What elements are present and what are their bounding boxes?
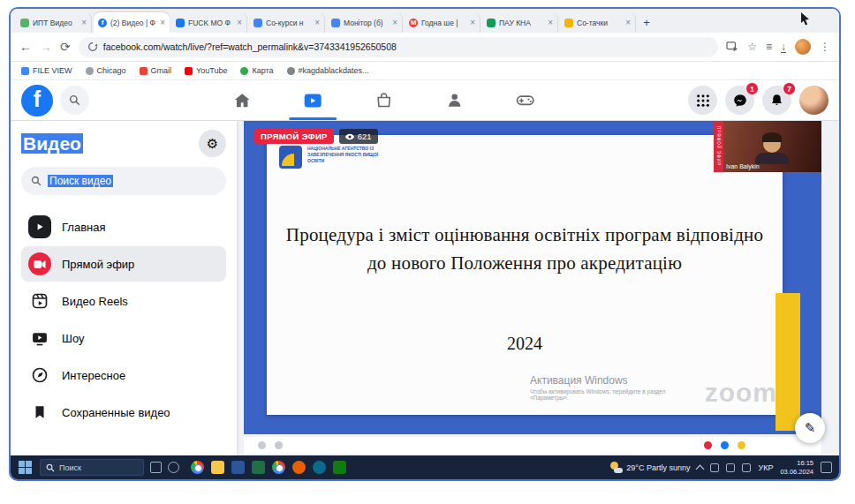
browser-menu-icon[interactable]: ⋮ xyxy=(820,41,830,53)
taskbar-search[interactable]: Поиск xyxy=(40,459,144,476)
bookmark-label: Карта xyxy=(252,66,273,75)
tray-expand-icon[interactable] xyxy=(696,464,705,473)
site-info-icon[interactable] xyxy=(87,41,98,52)
bookmark-favicon xyxy=(287,67,295,75)
browser-tab-active[interactable]: f (2) Видео | Ф × xyxy=(94,12,170,33)
tab-favicon xyxy=(564,19,573,27)
url-text: facebook.com/watch/live/?ref=watch_perma… xyxy=(103,41,397,52)
reaction-icon[interactable] xyxy=(721,441,729,449)
sidebar-item-shows[interactable]: Шоу xyxy=(21,320,226,356)
browser-tab[interactable]: ПАУ КНА × xyxy=(482,12,558,33)
reaction-icon[interactable] xyxy=(258,441,266,449)
eye-icon xyxy=(345,133,354,140)
tab-close-icon[interactable]: × xyxy=(81,18,87,27)
action-center-icon[interactable] xyxy=(821,462,832,473)
bookmark-star-icon[interactable]: ☆ xyxy=(747,41,757,53)
tab-strip: ИПТ Видео × f (2) Видео | Ф × FUCK MO Ф … xyxy=(11,9,839,33)
tab-close-icon[interactable]: × xyxy=(548,18,553,27)
reaction-icon[interactable] xyxy=(738,441,745,449)
forward-icon[interactable]: → xyxy=(40,41,52,53)
compose-button[interactable]: ✎ xyxy=(795,413,825,443)
browser-tab[interactable]: Со-тачки × xyxy=(560,12,636,33)
address-bar: ← → ⟳ facebook.com/watch/live/?ref=watch… xyxy=(11,33,839,62)
reaction-icon[interactable] xyxy=(704,441,712,449)
apps-menu-button[interactable] xyxy=(688,86,717,115)
browser-tab[interactable]: FUCK MO Ф × xyxy=(171,12,247,33)
sidebar-item-home[interactable]: Главная xyxy=(21,209,226,244)
bookmark-item[interactable]: FILE VIEW xyxy=(21,66,72,75)
profile-avatar[interactable] xyxy=(799,86,829,115)
file-explorer-icon[interactable] xyxy=(211,461,224,474)
browser-tab[interactable]: Со-курси н × xyxy=(249,12,325,33)
edge-icon[interactable] xyxy=(313,461,326,474)
settings-button[interactable]: ⚙ xyxy=(199,130,226,157)
chrome-icon[interactable] xyxy=(191,461,204,474)
gaming-icon xyxy=(515,90,535,110)
back-icon[interactable]: ← xyxy=(19,41,32,53)
nav-gaming[interactable] xyxy=(494,80,556,120)
bookmark-item[interactable]: Gmail xyxy=(140,66,172,75)
sidebar-item-reels[interactable]: Видео Reels xyxy=(21,283,226,319)
tab-close-icon[interactable]: × xyxy=(314,18,320,27)
live-badge: ПРЯМОЙ ЭФИР xyxy=(254,129,334,144)
browser-profile-avatar[interactable] xyxy=(795,39,811,55)
battery-icon[interactable] xyxy=(742,463,751,472)
tab-title: ИПТ Видео xyxy=(33,19,78,27)
weather-widget[interactable]: 29°C Partly sunny xyxy=(610,462,690,473)
tab-title: FUCK MO Ф xyxy=(188,19,233,27)
taskbar-apps xyxy=(191,461,346,474)
reaction-bar-partial xyxy=(244,437,821,454)
notifications-button[interactable]: 7 xyxy=(762,86,791,115)
bookmark-item[interactable]: #kagdablackdates... xyxy=(287,66,369,75)
tab-favicon xyxy=(331,19,340,27)
browser-tab[interactable]: M Годна ше | × xyxy=(405,12,480,33)
tab-close-icon[interactable]: × xyxy=(470,18,475,27)
chrome-icon[interactable] xyxy=(272,461,285,474)
network-icon[interactable] xyxy=(710,463,719,472)
bookmark-item[interactable]: Chicago xyxy=(86,66,126,75)
start-button[interactable] xyxy=(16,461,34,475)
sidebar-item-explore[interactable]: Интересное xyxy=(21,357,226,393)
facebook-logo[interactable]: f xyxy=(21,85,53,117)
excel-icon[interactable] xyxy=(252,461,265,474)
word-icon[interactable] xyxy=(231,461,245,474)
send-to-devices-icon[interactable] xyxy=(726,41,738,52)
nav-marketplace[interactable] xyxy=(352,80,414,120)
nav-groups[interactable] xyxy=(423,80,485,120)
tab-close-icon[interactable]: × xyxy=(625,18,631,27)
firefox-icon[interactable] xyxy=(292,461,306,474)
download-icon[interactable]: ↓ xyxy=(781,41,786,53)
mouse-cursor xyxy=(800,12,811,26)
tab-close-icon[interactable]: × xyxy=(237,18,242,27)
weather-icon xyxy=(610,462,622,473)
volume-icon[interactable] xyxy=(726,463,735,472)
task-view-icon[interactable] xyxy=(150,462,162,473)
taskbar-clock[interactable]: 16:15 03.06.2024 xyxy=(780,459,813,476)
reading-list-icon[interactable]: ≡ xyxy=(766,41,772,53)
bookmark-item[interactable]: Карта xyxy=(240,66,273,75)
tab-close-icon[interactable]: × xyxy=(160,18,165,27)
new-tab-button[interactable]: + xyxy=(638,13,655,31)
messenger-button[interactable]: 1 xyxy=(725,86,754,115)
language-indicator[interactable]: УКР xyxy=(758,463,773,472)
cortana-icon[interactable] xyxy=(168,462,179,473)
tab-favicon xyxy=(176,19,185,27)
sidebar-item-saved[interactable]: Сохраненные видео xyxy=(21,395,226,430)
browser-tab[interactable]: Монітор (б) × xyxy=(327,12,403,33)
nav-home[interactable] xyxy=(211,80,273,120)
nav-watch[interactable] xyxy=(282,80,344,120)
bookmark-item[interactable]: YouTube xyxy=(185,66,227,75)
tab-favicon xyxy=(20,19,29,27)
browser-tab[interactable]: ИПТ Видео × xyxy=(16,12,92,33)
reload-icon[interactable]: ⟳ xyxy=(60,41,71,53)
url-field[interactable]: facebook.com/watch/live/?ref=watch_perma… xyxy=(79,37,718,57)
sidebar-item-live[interactable]: Прямой эфир xyxy=(21,246,226,282)
facebook-search-button[interactable] xyxy=(60,86,89,115)
bookmark-favicon xyxy=(21,67,29,75)
tab-close-icon[interactable]: × xyxy=(392,18,397,27)
store-icon[interactable] xyxy=(333,461,346,474)
tab-title: (2) Видео | Ф xyxy=(110,19,156,27)
reaction-icon[interactable] xyxy=(275,441,283,449)
video-player[interactable]: ПРЯМОЙ ЭФИР 621 xyxy=(244,121,821,434)
video-search-input[interactable]: Поиск видео xyxy=(21,167,226,195)
